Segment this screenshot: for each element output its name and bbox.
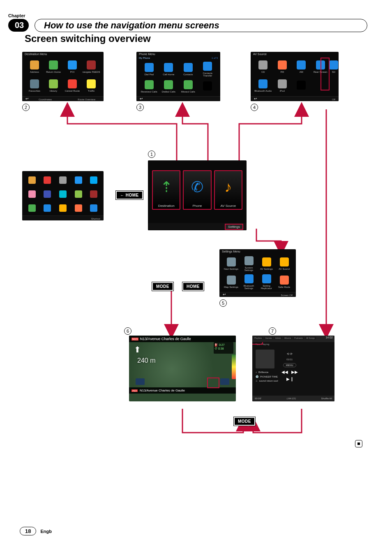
av-highlight	[321, 58, 330, 90]
back-icon: ↩	[254, 97, 257, 101]
track-pos: 01/11	[286, 358, 293, 361]
album-art	[256, 350, 274, 368]
shuffle-label: Shuffle All	[321, 397, 332, 400]
home-tile-phone[interactable]: ✆ Phone	[183, 170, 211, 210]
strip-left: Coordinates	[39, 98, 52, 101]
home-tile-destination[interactable]: ⇡ Destination	[152, 170, 180, 210]
home-button-pill-2[interactable]: HOME	[182, 282, 204, 291]
mode-button-pill-2[interactable]: MODE	[234, 417, 255, 426]
callout-6: 6	[124, 327, 131, 335]
screenshot-media: 14:02 PlaylistsGenresArtistsAlbumsPodcas…	[252, 336, 334, 401]
shot-title: Phone Menu	[139, 53, 155, 56]
screenshot-phone-menu: Phone Menu My Phone 1 of 5 Dial PadCall …	[136, 52, 220, 101]
screenshot-shortcut: Shortcut	[22, 171, 104, 220]
media-transport[interactable]: ◀◀ ▶▶	[281, 370, 298, 374]
map-highlight	[207, 378, 219, 388]
language-code: Engb	[40, 529, 52, 534]
screenshot-settings-menu: Settings Menu Navi SettingsSystem Settin…	[219, 249, 296, 297]
shot-title: Destination Menu	[25, 53, 47, 56]
screenshot-av-source: AV Source CDFMAMRear ScreenSDBluetooth A…	[251, 52, 339, 101]
media-song: sound vision soul	[259, 380, 278, 382]
callout-1: 1	[148, 151, 155, 158]
back-icon: ↩	[25, 97, 29, 101]
chapter-word: Chapter	[8, 13, 25, 18]
map-top-badge: N13	[131, 338, 138, 341]
page-number: 18	[20, 527, 36, 535]
mode-button-pill[interactable]: MODE	[152, 282, 173, 291]
screenshot-destination-menu: Destination Menu AddressReturn HomePOIna…	[22, 52, 104, 101]
screenshot-home: ⇡ Destination ✆ Phone ♪ AV Source Settin…	[148, 160, 247, 230]
screen-off: Screen Off	[281, 294, 293, 297]
map-top-text: N13/Avenue Charles de Gaulle	[140, 337, 191, 341]
section-title: Screen switching overview	[25, 33, 367, 44]
phone-sub-right: 1 of 5	[212, 57, 218, 59]
elapsed: 00:00'	[255, 397, 261, 400]
map-bottom-badge: A13	[131, 389, 138, 392]
back-icon: ↩	[223, 292, 226, 297]
remaining: (-04:13')	[287, 397, 296, 400]
media-menu-button[interactable]: MENU	[283, 363, 296, 367]
callout-2: 2	[22, 104, 30, 111]
av-off: Off	[332, 98, 335, 101]
chapter-number-tab: 03	[8, 19, 29, 32]
media-album: PIONEER TIME	[260, 375, 278, 378]
media-play[interactable]: ▶ ∥	[286, 377, 293, 381]
home-settings-button[interactable]: Settings	[225, 224, 243, 230]
media-clock: 14:02	[325, 336, 333, 339]
callout-4: 4	[251, 104, 258, 111]
strip-right: Route Overview	[78, 98, 95, 101]
chapter-title: How to use the navigation menu screens	[35, 19, 367, 32]
screen-switching-diagram: Destination Menu AddressReturn HomePOIna…	[22, 52, 367, 447]
phone-sub-left: My Phone	[139, 57, 150, 59]
media-artist: Brilliance	[258, 371, 268, 373]
home-button-pill[interactable]: ← HOME	[116, 191, 143, 199]
callout-3: 3	[136, 104, 144, 111]
callout-7: 7	[269, 327, 276, 335]
callout-5: 5	[219, 299, 227, 307]
media-now-playing: Now Playing	[252, 342, 334, 346]
back-icon: ↩	[140, 97, 143, 101]
map-bottom-text: N13/Avenue Charles de Gaulle	[140, 389, 185, 392]
screenshot-map: N13 N13/Avenue Charles de Gaulle ⬆ 240 m…	[129, 336, 236, 401]
end-of-section-icon	[355, 440, 362, 447]
shortcut-label: Shortcut	[91, 218, 100, 220]
shot-title: Settings Menu	[222, 250, 240, 253]
home-tile-av[interactable]: ♪ AV Source	[214, 170, 242, 210]
shot-title: AV Source	[253, 53, 267, 56]
